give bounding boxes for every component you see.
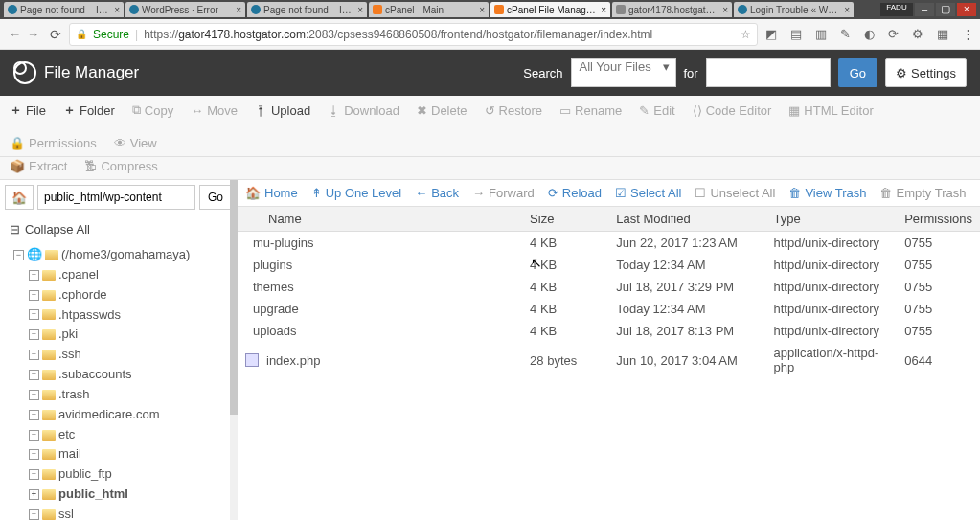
ext-icon[interactable]: ◐ — [864, 27, 875, 41]
back-arrow[interactable]: ← — [9, 27, 21, 41]
compress-button[interactable]: 🗜 Compress — [84, 159, 157, 173]
restore-button[interactable]: ↺ Restore — [485, 103, 543, 118]
tree-node[interactable]: +.trash — [29, 385, 237, 405]
table-row[interactable]: plugins4 KBToday 12:34 AMhttpd/unix-dire… — [238, 254, 980, 276]
expand-icon[interactable]: + — [29, 350, 39, 360]
extract-button[interactable]: 📦 Extract — [10, 159, 67, 173]
col-modified[interactable]: Last Modified — [608, 207, 765, 232]
browser-tab[interactable]: Login Trouble « W…× — [734, 2, 854, 17]
expand-icon[interactable]: + — [29, 329, 39, 340]
path-input[interactable] — [37, 185, 195, 210]
browser-tab[interactable]: Page not found – I…× — [4, 2, 124, 17]
ext-icon[interactable]: ◩ — [765, 27, 777, 41]
tree-node[interactable]: +etc — [29, 425, 237, 445]
home-action[interactable]: 🏠 Home — [245, 186, 298, 200]
collapse-all-button[interactable]: ⊟Collapse All — [0, 215, 237, 243]
expand-icon[interactable]: + — [29, 290, 39, 301]
table-row[interactable]: uploads4 KBJul 18, 2017 8:13 PMhttpd/uni… — [238, 320, 980, 342]
expand-icon[interactable]: + — [29, 410, 39, 420]
permissions-button[interactable]: 🔒 Permissions — [10, 136, 97, 150]
up-level-action[interactable]: ↟ Up One Level — [311, 186, 402, 200]
new-file-button[interactable]: ＋File — [10, 102, 46, 119]
close-tab-icon[interactable]: × — [479, 5, 485, 15]
search-scope-select[interactable]: All Your Files — [571, 58, 676, 87]
ext-icon[interactable]: ▤ — [790, 27, 802, 41]
table-row[interactable]: themes4 KBJul 18, 2017 3:29 PMhttpd/unix… — [238, 276, 980, 298]
ext-icon[interactable]: ▥ — [815, 27, 827, 41]
tree-node[interactable]: +.cphorde — [29, 285, 237, 305]
expand-icon[interactable]: + — [29, 449, 39, 460]
col-type[interactable]: Type — [765, 207, 897, 232]
tree-node[interactable]: +.cpanel — [29, 265, 237, 285]
tree-node[interactable]: +.ssh — [29, 345, 237, 365]
col-name[interactable]: Name — [238, 207, 522, 232]
expand-icon[interactable]: + — [29, 430, 39, 441]
expand-icon[interactable]: + — [29, 390, 39, 400]
bookmark-star-icon[interactable]: ☆ — [741, 28, 751, 41]
col-size[interactable]: Size — [522, 207, 608, 232]
tree-node[interactable]: +ssl — [29, 505, 237, 520]
forward-action[interactable]: → Forward — [472, 186, 535, 200]
tree-node[interactable]: +avidmedicare.com — [29, 405, 237, 425]
ext-icon[interactable]: ▦ — [937, 27, 948, 41]
move-button[interactable]: ↔ Move — [191, 103, 238, 118]
reload-icon[interactable]: ⟳ — [50, 27, 61, 42]
browser-tab[interactable]: WordPress · Error× — [125, 2, 245, 17]
vertical-scrollbar[interactable]: ▾ — [230, 180, 238, 520]
home-path-button[interactable]: 🏠 — [5, 185, 34, 210]
col-permissions[interactable]: Permissions — [897, 207, 980, 232]
ext-icon[interactable]: ⚙ — [912, 27, 923, 41]
tree-node[interactable]: +.pki — [29, 325, 237, 345]
reload-action[interactable]: ⟳ Reload — [548, 186, 602, 200]
tree-node[interactable]: +public_html — [29, 485, 237, 505]
expand-icon[interactable]: + — [29, 270, 39, 281]
expand-icon[interactable]: + — [29, 469, 39, 480]
minimize-button[interactable]: – — [915, 3, 934, 16]
url-bar[interactable]: 🔒 Secure | https://gator4178.hostgator.c… — [69, 23, 758, 46]
browser-tab[interactable]: cPanel - Main× — [369, 2, 489, 17]
code-editor-button[interactable]: ⟨⟩ Code Editor — [693, 103, 772, 118]
close-tab-icon[interactable]: × — [722, 5, 728, 15]
search-go-button[interactable]: Go — [838, 58, 877, 87]
view-trash-action[interactable]: 🗑 View Trash — [788, 186, 866, 200]
back-action[interactable]: ← Back — [415, 186, 459, 200]
view-button[interactable]: 👁 View — [114, 136, 157, 150]
tree-root[interactable]: −🌐(/home3/gomahamaya) — [13, 245, 237, 265]
unselect-all-action[interactable]: ☐ Unselect All — [695, 186, 775, 200]
expand-icon[interactable]: + — [29, 309, 39, 320]
tree-node[interactable]: +.subaccounts — [29, 365, 237, 385]
expand-icon[interactable]: + — [29, 509, 39, 520]
browser-tab[interactable]: cPanel File Manag…× — [490, 2, 610, 17]
ext-icon[interactable]: ⟳ — [888, 27, 899, 41]
maximize-button[interactable]: ▢ — [936, 3, 955, 16]
close-tab-icon[interactable]: × — [844, 5, 850, 15]
tree-node[interactable]: +public_ftp — [29, 464, 237, 485]
expand-icon[interactable]: + — [29, 489, 39, 500]
tree-node[interactable]: +mail — [29, 444, 237, 464]
menu-icon[interactable]: ⋮ — [962, 27, 974, 41]
empty-trash-action[interactable]: 🗑 Empty Trash — [879, 186, 966, 200]
rename-button[interactable]: ▭ Rename — [559, 103, 622, 118]
delete-button[interactable]: ✖ Delete — [417, 103, 467, 118]
tree-node[interactable]: +.htpasswds — [29, 305, 237, 326]
path-go-button[interactable]: Go — [199, 185, 232, 210]
browser-tab[interactable]: Page not found – I…× — [247, 2, 367, 17]
browser-tab[interactable]: gator4178.hostgat…× — [612, 2, 732, 17]
download-button[interactable]: ⭳ Download — [328, 103, 399, 118]
copy-button[interactable]: ⧉ Copy — [132, 102, 173, 118]
table-row[interactable]: mu-plugins4 KBJun 22, 2017 1:23 AMhttpd/… — [238, 232, 980, 255]
close-window-button[interactable]: × — [957, 3, 976, 16]
settings-button[interactable]: ⚙Settings — [885, 58, 967, 87]
close-tab-icon[interactable]: × — [236, 5, 241, 15]
expand-icon[interactable]: + — [29, 370, 39, 380]
edit-button[interactable]: ✎ Edit — [639, 103, 674, 118]
search-input[interactable] — [706, 58, 831, 87]
html-editor-button[interactable]: ▦ HTML Editor — [788, 103, 873, 118]
upload-button[interactable]: ⭱ Upload — [255, 103, 310, 118]
ext-icon[interactable]: ✎ — [840, 27, 851, 41]
close-tab-icon[interactable]: × — [357, 5, 363, 15]
table-row[interactable]: index.php28 bytesJun 10, 2017 3:04 AMapp… — [238, 342, 980, 378]
new-folder-button[interactable]: ＋Folder — [63, 102, 115, 119]
close-tab-icon[interactable]: × — [114, 5, 120, 15]
select-all-action[interactable]: ☑ Select All — [615, 186, 681, 200]
